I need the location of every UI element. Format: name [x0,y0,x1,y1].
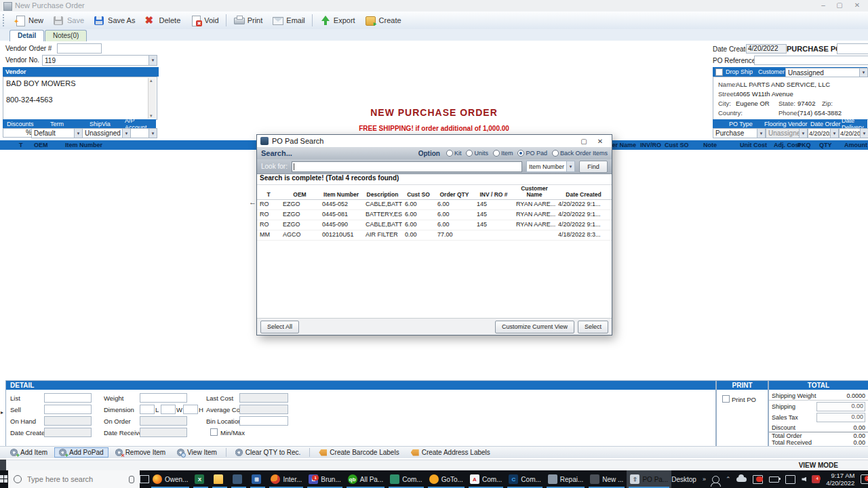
taskbar-app-goto[interactable]: GoTo... [426,470,467,488]
radio-units[interactable]: Units [466,150,488,157]
chevron-right-icon[interactable]: » [703,476,706,483]
volume-muted-icon[interactable]: × [802,476,806,483]
network-icon[interactable] [785,475,795,484]
onedrive-icon[interactable] [736,477,747,482]
desktop-toolbar-label[interactable]: Desktop [671,476,696,483]
taskbar-app-teams[interactable]: B1 Brun... [305,470,344,488]
tab-notes[interactable]: Notes(0) [45,30,87,41]
print-button[interactable]: Print [229,13,268,28]
task-view-button[interactable] [140,470,149,488]
po-reference-input[interactable] [754,56,868,65]
weight-input[interactable] [140,393,187,403]
save-as-button[interactable]: Save As [89,13,140,28]
vendor-order-input[interactable] [57,43,102,54]
add-item-button[interactable]: Add Item [5,447,52,458]
new-button[interactable]: ✦ New [9,13,48,28]
po-pad-search-dialog: PO Pad Search ▢ ✕ Search... Option Kit U… [256,134,612,336]
select-all-button[interactable]: Select All [260,321,299,333]
view-item-button[interactable]: View Item [172,447,222,458]
radio-back-order-items[interactable]: Back Order Items [552,150,608,157]
create-address-labels-button[interactable]: Create Address Labels [406,447,495,458]
user-icon[interactable] [712,476,719,483]
delete-button[interactable]: ✖ Delete [140,13,185,28]
dialog-titlebar[interactable]: PO Pad Search ▢ ✕ [257,135,612,148]
tab-bar: Detail Notes(0) [0,29,868,41]
save-button[interactable]: Save [48,13,89,28]
select-button[interactable]: Select [578,321,608,333]
void-button[interactable]: ✖ Void [185,13,223,28]
table-row[interactable]: MMAGCO 001210U51AIR FILTER 0.0077.00 4/1… [257,230,612,241]
screenshot-icon[interactable] [753,475,763,484]
dialog-maximize-icon[interactable]: ▢ [576,138,592,145]
table-row[interactable]: ROEZGO 0445-081BATTERY,ES... 6.006.00 14… [257,209,612,220]
drop-ship-checkbox[interactable] [715,68,723,76]
taskbar-app-new-po[interactable]: New ... [587,470,627,488]
vendor-no-dropdown[interactable]: 119 ▼ [42,55,157,66]
taskbar-app-com2[interactable]: C Com... [505,470,544,488]
remove-item-button[interactable]: Remove Item [111,447,170,458]
purchase-po-input[interactable] [837,43,868,54]
radio-item[interactable]: Item [493,150,513,157]
create-barcode-labels-button[interactable]: Create Barcode Labels [314,447,403,458]
total-panel-title: TOTAL [769,381,868,390]
taskbar-app-repair[interactable]: Repai... [545,470,587,488]
taskbar-app-file-explorer[interactable] [210,470,229,488]
taskbar-app-pdf[interactable]: A Com... [467,470,505,488]
sell-input[interactable] [44,405,92,414]
taskbar-app-calculator[interactable]: ⊞ [248,470,267,488]
shipping-input[interactable]: 0.00 [816,402,865,411]
hidden-icons-chevron[interactable]: ⌃ [726,476,731,483]
taskbar-app-firefox[interactable]: Owen... [149,470,191,488]
folder-icon [214,474,223,484]
email-button[interactable]: Email [267,13,310,28]
radio-po-pad[interactable]: PO Pad [517,150,547,157]
create-button[interactable]: Create [360,13,406,28]
find-button[interactable]: Find [579,161,608,173]
look-for-input[interactable] [292,161,522,172]
taskbar-app-quickbooks[interactable]: qb All Pa... [344,470,387,488]
notification-icon[interactable]: 2 [861,474,868,484]
dialog-close-icon[interactable]: ✕ [592,138,608,145]
sales-tax-input[interactable]: 0.00 [816,413,865,422]
customize-current-view-button[interactable]: Customize Current View [495,321,574,333]
detail-date-created-field [44,428,92,437]
alert-grid-icon[interactable]: 4 [812,475,820,483]
c-app-icon: C [509,474,518,484]
clear-qty-button[interactable]: Clear QTY to Rec. [231,447,306,458]
minimize-icon[interactable]: – [815,1,831,10]
taskbar-search[interactable] [8,470,140,488]
dimension-h-input[interactable] [183,405,198,414]
taskbar-app-remote[interactable] [229,470,248,488]
table-row[interactable]: ROEZGO 0445-090CABLE,BATT... 6.006.00 14… [257,220,612,230]
taskbar-app-po-pad[interactable]: ⇧ PO Pa... [627,470,671,488]
radio-kit[interactable]: Kit [446,150,462,157]
date-received-field [140,428,187,437]
list-input[interactable] [44,393,92,403]
detail-date-created-label: Date Created [10,429,49,436]
taskbar-app-internet[interactable]: Inter... [267,470,305,488]
vendor-name: BAD BOY MOWERS [3,77,157,87]
export-button[interactable]: Export [315,13,360,28]
start-button[interactable] [0,470,8,488]
tab-detail[interactable]: Detail [9,30,44,41]
option-label: Option [418,150,440,157]
email-icon [272,15,283,26]
print-po-checkbox[interactable] [722,395,730,403]
taskbar-app-com1[interactable]: Com... [387,470,425,488]
dimension-w-input[interactable] [161,405,176,414]
col-order-qty: Order QTY [435,192,474,199]
search-field-dropdown[interactable]: Item Number ▼ [526,161,575,172]
maximize-icon[interactable]: ▢ [831,1,848,10]
search-input[interactable] [26,474,125,484]
battery-icon[interactable] [769,476,779,483]
min-max-checkbox[interactable] [210,428,218,436]
close-icon[interactable]: ✕ [849,1,865,10]
clock[interactable]: 9:17 AM 4/20/2022 [826,472,854,487]
taskbar-app-excel[interactable]: X [191,470,210,488]
customer-no-dropdown[interactable]: Unassigned ▼ [785,68,868,77]
dimension-l-input[interactable] [140,405,155,414]
bin-location-input[interactable] [239,416,288,426]
toolbar-drag-handle[interactable] [3,14,7,26]
table-row[interactable]: ROEZGO 0445-052CABLE,BATT... 6.006.00 14… [257,199,612,210]
add-popad-button[interactable]: Add PoPad [54,447,108,458]
